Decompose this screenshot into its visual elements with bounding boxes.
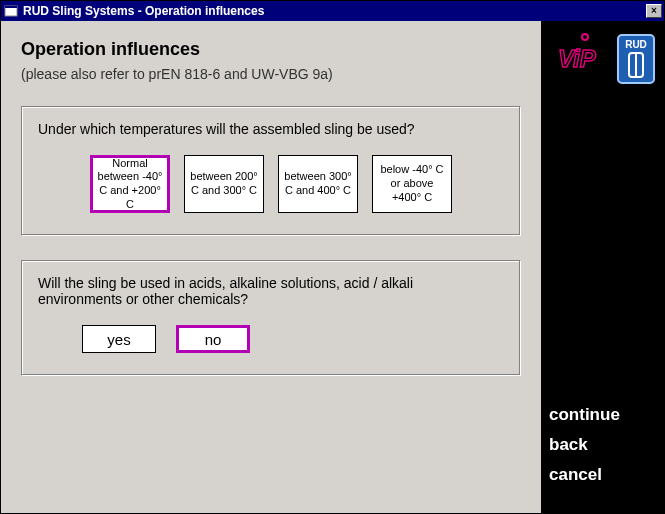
page-subtitle: (please also refer to prEN 818-6 and UW-… [21,66,521,82]
continue-link[interactable]: continue [549,405,656,425]
option-label: below -40° C or above +400° C [377,163,447,204]
app-window: RUD Sling Systems - Operation influences… [0,0,665,514]
chem-no-button[interactable]: no [176,325,250,353]
app-icon [3,3,19,19]
svg-rect-1 [5,6,17,8]
temp-option-200-300[interactable]: between 200° C and 300° C [184,155,264,213]
nav-links: continue back cancel [549,405,656,495]
temp-option-normal[interactable]: Normal between -40° C and +200° C [90,155,170,213]
cancel-link[interactable]: cancel [549,465,656,485]
temperature-options: Normal between -40° C and +200° C betwee… [38,155,504,213]
body: Operation influences (please also refer … [1,21,664,513]
option-label: no [205,331,222,348]
temperature-groupbox: Under which temperatures will the assemb… [21,106,521,236]
titlebar: RUD Sling Systems - Operation influences… [1,1,664,21]
svg-text:ViP: ViP [558,45,597,72]
sidebar: ViP RUD continue back cancel [541,21,664,513]
option-label: between 200° C and 300° C [189,170,259,198]
logo-area: ViP RUD [549,33,656,93]
chemical-groupbox: Will the sling be used in acids, alkalin… [21,260,521,376]
option-label: yes [107,331,130,348]
main-panel: Operation influences (please also refer … [1,21,541,513]
rud-logo-icon: RUD [616,33,656,89]
vip-logo-icon: ViP [556,33,610,81]
chem-yes-button[interactable]: yes [82,325,156,353]
window-title: RUD Sling Systems - Operation influences [23,4,646,18]
close-icon: × [651,6,657,16]
option-label: between 300° C and 400° C [283,170,353,198]
close-button[interactable]: × [646,4,662,18]
option-label: Normal between -40° C and +200° C [97,157,163,212]
svg-point-2 [582,34,588,40]
page-title: Operation influences [21,39,521,60]
svg-text:RUD: RUD [625,39,647,50]
temperature-question: Under which temperatures will the assemb… [38,121,504,137]
temp-option-300-400[interactable]: between 300° C and 400° C [278,155,358,213]
chemical-question: Will the sling be used in acids, alkalin… [38,275,458,307]
chemical-options: yes no [38,325,504,353]
temp-option-extreme[interactable]: below -40° C or above +400° C [372,155,452,213]
back-link[interactable]: back [549,435,656,455]
